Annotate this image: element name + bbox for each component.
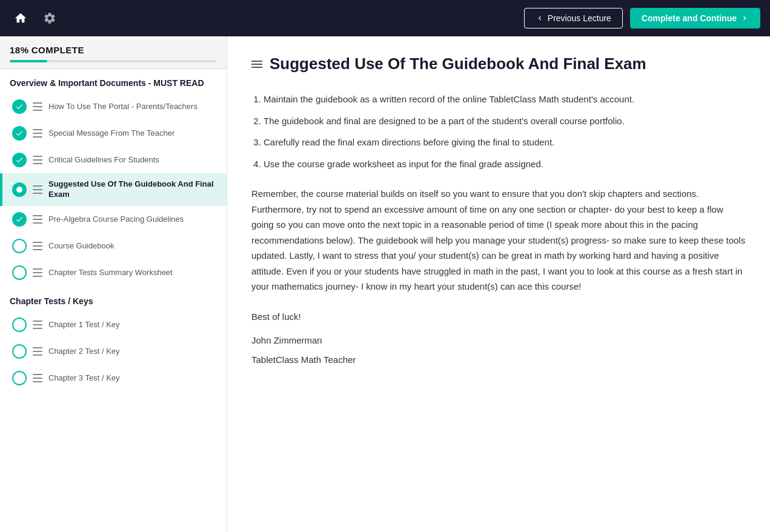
sidebar-item-special-message[interactable]: Special Message From The Teacher [0, 120, 227, 147]
list-item-2: The guidebook and final are designed to … [264, 113, 746, 129]
header-right: Previous Lecture Complete and Continue [524, 8, 760, 28]
sidebar-item-label: Critical Guidelines For Students [48, 155, 217, 165]
sidebar-item-label: How To Use The Portal - Parents/Teachers [48, 102, 217, 112]
section2-header: Chapter Tests / Keys [0, 286, 227, 311]
status-icon-in-progress [12, 182, 27, 197]
sidebar-item-label: Chapter 3 Test / Key [48, 373, 217, 384]
signature-name: John Zimmerman [251, 333, 746, 348]
sidebar-item-how-to-use[interactable]: How To Use The Portal - Parents/Teachers [0, 93, 227, 120]
sidebar-item-label: Suggested Use Of The Guidebook And Final… [48, 179, 217, 200]
sidebar-item-suggested-use[interactable]: Suggested Use Of The Guidebook And Final… [0, 173, 227, 206]
previous-lecture-button[interactable]: Previous Lecture [524, 8, 623, 28]
lines-icon [33, 215, 42, 224]
hamburger-icon[interactable] [251, 61, 262, 68]
sidebar: 18% COMPLETE Overview & Important Docume… [0, 36, 227, 532]
list-item-3: Carefully read the final exam directions… [264, 135, 746, 150]
status-icon-completed [12, 126, 27, 141]
lines-icon [33, 268, 42, 277]
list-item-4: Use the course grade worksheet as input … [264, 156, 746, 172]
lines-icon [33, 242, 42, 250]
sidebar-item-pre-algebra-pacing[interactable]: Pre-Algebra Course Pacing Guidelines [0, 206, 227, 233]
numbered-list: Maintain the guidebook as a written reco… [251, 91, 746, 171]
prev-lecture-label: Previous Lecture [548, 13, 611, 23]
sidebar-item-critical-guidelines[interactable]: Critical Guidelines For Students [0, 147, 227, 173]
home-button[interactable] [10, 7, 32, 29]
status-icon-not-started [12, 371, 27, 385]
content-body: Maintain the guidebook as a written reco… [251, 91, 746, 367]
status-icon-completed [12, 153, 27, 167]
sidebar-item-label: Pre-Algebra Course Pacing Guidelines [48, 214, 217, 225]
progress-text: 18% COMPLETE [10, 45, 217, 55]
status-icon-not-started [12, 239, 27, 253]
chapter-tests-section: Chapter Tests / Keys Chapter 1 Test / Ke… [0, 286, 227, 391]
lines-icon [33, 102, 42, 111]
sidebar-item-course-guidebook[interactable]: Course Guidebook [0, 233, 227, 259]
sidebar-item-ch1-test[interactable]: Chapter 1 Test / Key [0, 311, 227, 338]
progress-percent: 18% [10, 45, 29, 55]
status-icon-completed [12, 99, 27, 114]
progress-bar-container: 18% COMPLETE [0, 36, 227, 69]
status-icon-not-started [12, 318, 27, 332]
complete-continue-label: Complete and Continue [642, 13, 737, 23]
lines-icon [33, 156, 42, 164]
status-icon-not-started [12, 265, 27, 280]
progress-fill [10, 60, 47, 62]
sidebar-item-label: Chapter 1 Test / Key [48, 320, 217, 330]
top-header: Previous Lecture Complete and Continue [0, 0, 770, 36]
sidebar-item-label: Course Guidebook [48, 241, 217, 251]
content-title-row: Suggested Use Of The Guidebook And Final… [251, 55, 746, 73]
main-layout: 18% COMPLETE Overview & Important Docume… [0, 36, 770, 532]
sidebar-item-chapter-tests-summary[interactable]: Chapter Tests Summary Worksheet [0, 259, 227, 286]
settings-button[interactable] [39, 7, 61, 29]
sidebar-list: Overview & Important Documents - MUST RE… [0, 69, 227, 532]
section1-header: Overview & Important Documents - MUST RE… [0, 69, 227, 93]
progress-label: COMPLETE [32, 45, 84, 55]
status-icon-not-started [12, 344, 27, 359]
complete-continue-button[interactable]: Complete and Continue [630, 8, 760, 28]
progress-track [10, 60, 217, 62]
content-title: Suggested Use Of The Guidebook And Final… [270, 55, 646, 73]
lines-icon [33, 374, 42, 382]
lines-icon [33, 185, 42, 194]
lines-icon [33, 347, 42, 356]
signature-title: TabletClass Math Teacher [251, 352, 746, 368]
status-icon-completed [12, 212, 27, 227]
content-area: Suggested Use Of The Guidebook And Final… [227, 36, 770, 532]
header-left [10, 7, 61, 29]
sidebar-item-label: Chapter Tests Summary Worksheet [48, 268, 217, 278]
sidebar-item-ch3-test[interactable]: Chapter 3 Test / Key [0, 365, 227, 391]
signature-block: Best of luck! John Zimmerman TabletClass… [251, 309, 746, 368]
sidebar-item-label: Special Message From The Teacher [48, 128, 217, 139]
lines-icon [33, 321, 42, 329]
sidebar-item-ch2-test[interactable]: Chapter 2 Test / Key [0, 338, 227, 365]
sidebar-item-label: Chapter 2 Test / Key [48, 347, 217, 357]
list-item-1: Maintain the guidebook as a written reco… [264, 91, 746, 107]
main-paragraph: Remember, the course material builds on … [251, 186, 746, 294]
lines-icon [33, 129, 42, 138]
best-of-luck: Best of luck! [251, 309, 746, 325]
